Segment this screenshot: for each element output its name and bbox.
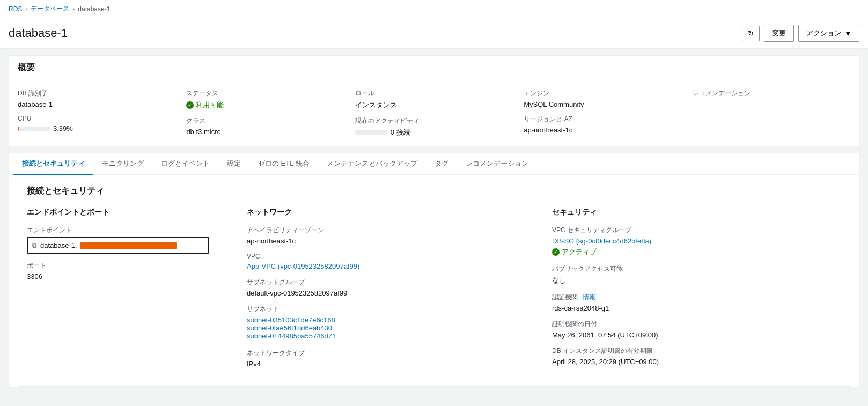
network-subtitle: ネットワーク xyxy=(247,208,536,217)
cpu-bar xyxy=(18,127,50,131)
subnet-field: サブネット subnet-035103c1de7e6c168 subnet-0f… xyxy=(247,305,536,340)
connectivity-content: 接続とセキュリティ エンドポイントとポート エンドポイント ⧉ database… xyxy=(18,175,850,387)
subnet1-link[interactable]: subnet-035103c1de7e6c168 xyxy=(247,316,335,324)
cert-expiry-value: April 28, 2025, 20:29 (UTC+09:00) xyxy=(552,358,841,366)
status-item: ステータス ✓ 利用可能 クラス db.t3.micro xyxy=(186,89,344,137)
active-check-icon: ✓ xyxy=(552,248,560,256)
az-value: ap-northeast-1c xyxy=(247,237,536,245)
overview-section: 概要 DB 識別子 database-1 CPU 3.39% ステータス ✓ 利… xyxy=(9,55,859,146)
endpoint-text: ⧉ database-1. xyxy=(32,241,204,249)
page-title: database-1 xyxy=(9,26,68,40)
port-field: ポート 3306 xyxy=(27,261,231,280)
port-value: 3306 xyxy=(27,272,231,280)
refresh-button[interactable]: ↻ xyxy=(742,26,760,41)
cert-expiry-field: DB インスタンス証明書の有効期限 April 28, 2025, 20:29 … xyxy=(552,346,841,366)
cpu-bar-fill xyxy=(18,127,19,131)
sg-status: ✓ アクティブ xyxy=(552,247,841,257)
db-identifier-item: DB 識別子 database-1 CPU 3.39% xyxy=(18,89,175,137)
tab-etl[interactable]: ゼロの ETL 統合 xyxy=(249,153,318,175)
vpc-sg-field: VPC セキュリティグループ DB-SG (sg-0cf0decc4d62bfe… xyxy=(552,226,841,257)
cert-date-value: May 26, 2061, 07:54 (UTC+09:00) xyxy=(552,331,841,339)
chevron-down-icon: ▼ xyxy=(844,29,851,38)
overview-grid: DB 識別子 database-1 CPU 3.39% ステータス ✓ 利用可能… xyxy=(9,80,859,146)
vpc-sg-label: VPC セキュリティグループ xyxy=(552,226,841,235)
activity-label: 現在のアクティビティ xyxy=(355,116,513,126)
role-label: ロール xyxy=(355,89,513,98)
cpu-label: CPU xyxy=(18,115,175,122)
endpoint-label: エンドポイント xyxy=(27,226,231,235)
class-label: クラス xyxy=(186,116,344,126)
subnet2-link[interactable]: subnet-0fae56f18d6eab430 xyxy=(247,324,332,332)
overview-title: 概要 xyxy=(9,56,859,80)
role-item: ロール インスタンス 現在のアクティビティ 0 接続 xyxy=(355,89,513,137)
copy-icon[interactable]: ⧉ xyxy=(32,242,37,249)
activity-bar xyxy=(355,130,387,135)
network-type-field: ネットワークタイプ IPv4 xyxy=(247,349,536,368)
az-field: アベイラビリティーゾーン ap-northeast-1c xyxy=(247,226,536,245)
az-label: アベイラビリティーゾーン xyxy=(247,226,536,235)
tab-recommendations[interactable]: レコメンデーション xyxy=(457,153,537,175)
breadcrumb-current: database-1 xyxy=(78,5,110,13)
cpu-bar-container: 3.39% xyxy=(18,124,175,132)
tab-settings[interactable]: 設定 xyxy=(218,153,249,175)
network-type-value: IPv4 xyxy=(247,360,536,368)
role-value: インスタンス xyxy=(355,100,513,110)
auth-value: rds-ca-rsa2048-g1 xyxy=(552,304,841,312)
public-access-value: なし xyxy=(552,276,841,285)
engine-label: エンジン xyxy=(524,89,681,98)
page-header: database-1 ↻ 変更 アクション ▼ xyxy=(0,18,868,49)
actions-button[interactable]: アクション ▼ xyxy=(798,25,859,42)
cert-date-label: 証明機関の日付 xyxy=(552,320,841,329)
endpoints-column: エンドポイントとポート エンドポイント ⧉ database-1. ポート 33… xyxy=(27,208,231,375)
vpc-sg-link[interactable]: DB-SG (sg-0cf0decc4d62bfe8a) xyxy=(552,237,651,245)
cpu-value: 3.39% xyxy=(53,124,73,132)
auth-field: 認証機関 情報 rds-ca-rsa2048-g1 xyxy=(552,293,841,312)
activity-value: 0 接続 xyxy=(391,128,410,137)
status-value: ✓ 利用可能 xyxy=(186,100,344,110)
breadcrumb-rds[interactable]: RDS xyxy=(9,5,22,13)
tab-logs[interactable]: ログとイベント xyxy=(152,153,218,175)
breadcrumb: RDS › データベース › database-1 xyxy=(0,0,868,18)
engine-item: エンジン MySQL Community リージョンと AZ ap-northe… xyxy=(524,89,681,137)
auth-label: 認証機関 情報 xyxy=(552,293,841,302)
db-identifier-label: DB 識別子 xyxy=(18,89,175,98)
network-column: ネットワーク アベイラビリティーゾーン ap-northeast-1c VPC … xyxy=(247,208,536,375)
public-access-label: パブリックアクセス可能 xyxy=(552,264,841,274)
network-type-label: ネットワークタイプ xyxy=(247,349,536,358)
tab-monitoring[interactable]: モニタリング xyxy=(93,153,152,175)
status-label: ステータス xyxy=(186,89,344,98)
db-identifier-value: database-1 xyxy=(18,100,175,108)
auth-info-link[interactable]: 情報 xyxy=(583,293,595,301)
endpoint-redacted xyxy=(80,242,177,249)
class-value: db.t3.micro xyxy=(186,128,344,136)
tab-maintenance[interactable]: メンテナンスとバックアップ xyxy=(318,153,426,175)
subnet-group-value: default-vpc-0195232582097af99 xyxy=(247,289,536,297)
endpoint-box: ⧉ database-1. xyxy=(27,237,209,254)
region-value: ap-northeast-1c xyxy=(524,126,681,134)
tabs-nav: 接続とセキュリティ モニタリング ログとイベント 設定 ゼロの ETL 統合 メ… xyxy=(9,153,859,175)
subnet-label: サブネット xyxy=(247,305,536,314)
subnet3-link[interactable]: subnet-0144985ba55746d71 xyxy=(247,332,336,340)
endpoint-prefix: database-1. xyxy=(40,241,77,249)
cert-expiry-label: DB インスタンス証明書の有効期限 xyxy=(552,346,841,356)
activity-container: 0 接続 xyxy=(355,128,513,137)
breadcrumb-sep1: › xyxy=(25,5,27,13)
tab-connectivity[interactable]: 接続とセキュリティ xyxy=(13,153,93,175)
public-access-field: パブリックアクセス可能 なし xyxy=(552,264,841,285)
tab-tags[interactable]: タグ xyxy=(426,153,457,175)
cert-date-field: 証明機関の日付 May 26, 2061, 07:54 (UTC+09:00) xyxy=(552,320,841,339)
port-label: ポート xyxy=(27,261,231,270)
modify-button[interactable]: 変更 xyxy=(764,25,794,42)
vpc-label: VPC xyxy=(247,253,536,260)
breadcrumb-sep2: › xyxy=(72,5,75,13)
subnet-group-field: サブネットグループ default-vpc-0195232582097af99 xyxy=(247,278,536,297)
region-label: リージョンと AZ xyxy=(524,115,681,124)
breadcrumb-databases[interactable]: データベース xyxy=(31,4,69,13)
vpc-field: VPC App-VPC (vpc-0195232582097af99) xyxy=(247,253,536,270)
subnet-group-label: サブネットグループ xyxy=(247,278,536,287)
security-subtitle: セキュリティ xyxy=(552,208,841,217)
recommendation-item: レコメンデーション xyxy=(693,89,850,137)
check-icon: ✓ xyxy=(186,101,194,109)
endpoints-subtitle: エンドポイントとポート xyxy=(27,208,231,217)
vpc-link[interactable]: App-VPC (vpc-0195232582097af99) xyxy=(247,262,359,270)
